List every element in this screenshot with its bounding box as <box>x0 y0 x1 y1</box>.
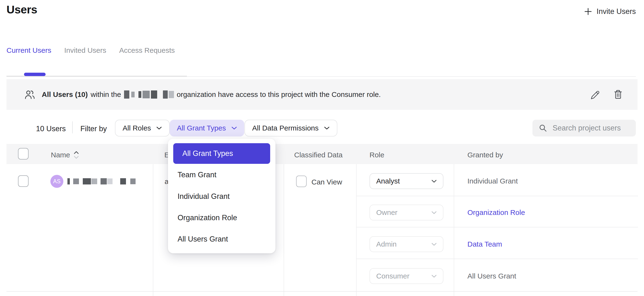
redacted-user-name <box>68 178 136 184</box>
granted-by-data-team-link[interactable]: Data Team <box>468 240 502 248</box>
chevron-down-icon <box>432 180 437 183</box>
granted-by-organization-role-link[interactable]: Organization Role <box>468 208 525 216</box>
tab-invited-users[interactable]: Invited Users <box>64 46 106 54</box>
column-header-classified-data: Classified Data <box>294 151 343 159</box>
can-view-label: Can View <box>312 178 342 186</box>
select-all-checkbox[interactable] <box>18 148 28 160</box>
column-divider <box>153 164 153 296</box>
granted-by-individual-grant: Individual Grant <box>468 177 518 185</box>
sort-icon[interactable] <box>74 150 79 160</box>
role-select-consumer: Consumer <box>370 268 444 284</box>
filter-separator <box>72 121 73 133</box>
tab-current-users[interactable]: Current Users <box>6 46 51 54</box>
chevron-down-icon <box>432 211 437 214</box>
grant-types-dropdown-menu: All Grant Types Team Grant Individual Gr… <box>168 139 276 253</box>
role-select-admin: Admin <box>370 236 444 252</box>
dropdown-option-organization-role[interactable]: Organization Role <box>178 210 237 225</box>
dropdown-option-individual-grant[interactable]: Individual Grant <box>178 189 230 204</box>
all-grant-types-filter[interactable]: All Grant Types <box>170 120 244 136</box>
filter-by-label: Filter by <box>80 124 107 133</box>
can-view-checkbox[interactable] <box>296 176 307 187</box>
banner-text-before: within the <box>91 90 121 98</box>
column-divider <box>284 164 284 296</box>
row-divider <box>6 291 638 292</box>
role-select-value: Owner <box>376 208 397 216</box>
subrow-divider <box>356 227 638 228</box>
trash-icon[interactable] <box>613 89 623 100</box>
banner-bold-text: All Users (10) <box>42 90 88 98</box>
role-select-value: Consumer <box>376 272 409 280</box>
chevron-down-icon <box>231 126 237 130</box>
role-select-owner: Owner <box>370 204 444 220</box>
page-title: Users <box>6 3 37 16</box>
chevron-down-icon <box>156 126 162 130</box>
chevron-down-icon <box>324 126 330 130</box>
subrow-divider <box>356 258 638 259</box>
dropdown-option-team-grant[interactable]: Team Grant <box>178 168 216 182</box>
active-tab-indicator <box>24 73 46 76</box>
column-divider <box>454 164 454 296</box>
redacted-organization-name <box>124 90 174 98</box>
row-checkbox[interactable] <box>18 175 28 187</box>
all-data-permissions-label: All Data Permissions <box>252 124 319 132</box>
all-roles-filter[interactable]: All Roles <box>115 120 170 136</box>
all-roles-label: All Roles <box>122 124 151 132</box>
granted-by-all-users-grant: All Users Grant <box>468 272 516 280</box>
column-divider <box>356 164 356 296</box>
dropdown-option-all-users-grant[interactable]: All Users Grant <box>178 232 228 246</box>
subrow-divider <box>356 196 638 196</box>
search-project-users-box <box>532 120 636 136</box>
pencil-icon[interactable] <box>590 90 600 100</box>
chevron-down-icon <box>432 243 437 246</box>
role-select-analyst[interactable]: Analyst <box>370 173 444 189</box>
dropdown-option-all-grant-types[interactable]: All Grant Types <box>173 143 270 164</box>
users-count: 10 Users <box>36 124 66 133</box>
people-icon <box>24 90 36 100</box>
banner-text: All Users (10) within the organization h… <box>42 90 381 98</box>
avatar: AS <box>50 175 63 188</box>
invite-users-label: Invite Users <box>596 7 636 16</box>
column-header-name: Name <box>51 151 70 159</box>
search-icon <box>539 124 547 132</box>
search-input[interactable] <box>552 124 629 132</box>
plus-icon <box>584 8 592 16</box>
invite-users-button[interactable]: Invite Users <box>584 7 636 16</box>
tab-access-requests[interactable]: Access Requests <box>119 46 175 54</box>
chevron-down-icon <box>432 275 437 278</box>
all-grant-types-label: All Grant Types <box>177 124 226 132</box>
tab-bar: Current Users Invited Users Access Reque… <box>6 46 175 54</box>
column-header-granted-by: Granted by <box>468 151 503 159</box>
all-users-banner: All Users (10) within the organization h… <box>6 79 638 110</box>
role-select-value: Admin <box>376 240 396 248</box>
role-select-value: Analyst <box>376 177 400 185</box>
all-data-permissions-filter[interactable]: All Data Permissions <box>244 120 337 136</box>
column-header-role: Role <box>370 151 384 159</box>
banner-text-after: organization have access to this project… <box>177 90 381 98</box>
